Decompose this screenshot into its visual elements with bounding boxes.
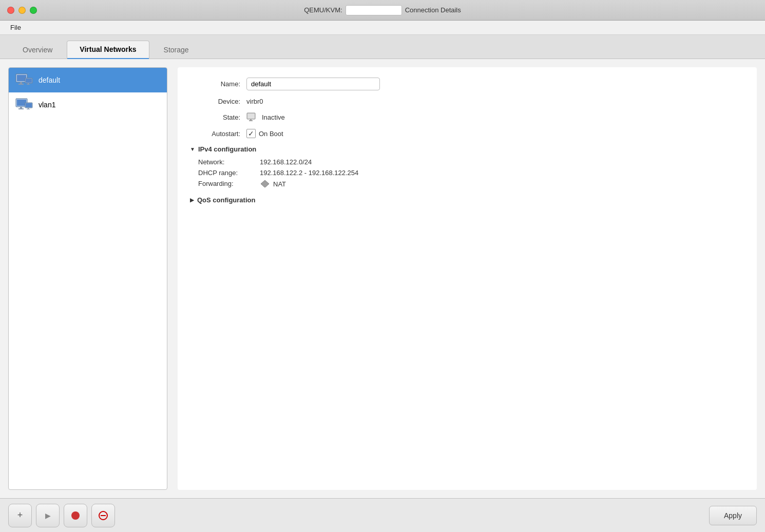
checkmark-icon: ✓ <box>248 129 254 138</box>
connection-name-input[interactable] <box>346 5 402 15</box>
content-area: default vlan1 Name: <box>0 59 765 498</box>
tab-virtual-networks[interactable]: Virtual Networks <box>67 41 149 59</box>
forwarding-value: NAT <box>273 180 286 188</box>
svg-rect-1 <box>20 82 22 84</box>
network-row: Network: 192.168.122.0/24 <box>198 158 744 166</box>
autostart-label: Autostart: <box>190 130 246 138</box>
state-icon <box>246 112 259 122</box>
dhcp-row-label: DHCP range: <box>198 169 260 177</box>
tabs-bar: Overview Virtual Networks Storage <box>0 35 765 59</box>
delete-button[interactable] <box>91 504 115 527</box>
qos-section-label: QoS configuration <box>197 196 255 204</box>
forwarding-row-label: Forwarding: <box>198 180 260 188</box>
network-icon-default <box>15 73 33 87</box>
ipv4-section-header[interactable]: ▼ IPv4 configuration <box>190 145 744 153</box>
svg-rect-3 <box>17 75 26 81</box>
svg-rect-19 <box>247 113 255 119</box>
close-button[interactable] <box>7 7 14 14</box>
bottom-toolbar: + ▶ Apply <box>0 498 765 532</box>
apply-button[interactable]: Apply <box>709 506 757 525</box>
title-prefix: QEMU/KVM: <box>304 6 342 14</box>
name-label: Name: <box>190 80 246 88</box>
record-button[interactable] <box>64 504 87 527</box>
forwarding-display: NAT <box>260 180 286 188</box>
svg-rect-9 <box>20 107 22 108</box>
state-display: Inactive <box>246 112 285 122</box>
svg-rect-13 <box>28 108 29 109</box>
device-value: virbr0 <box>246 98 263 105</box>
autostart-value: On Boot <box>259 130 283 138</box>
state-label: State: <box>190 113 246 121</box>
ipv4-section-content: Network: 192.168.122.0/24 DHCP range: 19… <box>198 158 744 188</box>
device-field-row: Device: virbr0 <box>190 98 744 105</box>
nat-icon <box>260 180 270 188</box>
title-suffix: Connection Details <box>405 6 461 14</box>
main-content: Overview Virtual Networks Storage <box>0 35 765 532</box>
qos-section: ▶ QoS configuration <box>190 196 744 204</box>
name-input[interactable] <box>246 78 380 90</box>
ipv4-section: ▼ IPv4 configuration Network: 192.168.12… <box>190 145 744 188</box>
delete-icon <box>98 510 108 521</box>
autostart-field-row: Autostart: ✓ On Boot <box>190 129 744 138</box>
network-icon-vlan1 <box>15 98 33 112</box>
autostart-checkbox-wrap: ✓ On Boot <box>246 129 283 138</box>
svg-rect-2 <box>18 84 24 85</box>
network-item-default[interactable]: default <box>9 68 167 92</box>
ipv4-collapse-icon: ▼ <box>190 146 195 152</box>
svg-rect-18 <box>249 120 253 121</box>
window-title: QEMU/KVM: Connection Details <box>304 5 461 15</box>
menubar: File <box>0 21 765 35</box>
network-row-label: Network: <box>198 158 260 166</box>
svg-rect-15 <box>26 103 32 107</box>
tab-overview[interactable]: Overview <box>10 42 65 59</box>
tab-active-indicator <box>67 58 148 59</box>
record-icon <box>71 511 80 520</box>
svg-rect-11 <box>17 100 26 106</box>
details-panel: Name: Device: virbr0 State: In <box>178 67 757 490</box>
minimize-button[interactable] <box>18 7 26 14</box>
maximize-button[interactable] <box>30 7 37 14</box>
titlebar: QEMU/KVM: Connection Details <box>0 0 765 21</box>
svg-rect-7 <box>26 79 32 83</box>
add-icon: + <box>17 510 23 521</box>
autostart-checkbox[interactable]: ✓ <box>246 129 256 138</box>
forwarding-row: Forwarding: NAT <box>198 180 744 188</box>
add-button[interactable]: + <box>8 504 32 527</box>
svg-rect-14 <box>27 109 30 109</box>
play-icon: ▶ <box>45 511 51 520</box>
tab-storage[interactable]: Storage <box>151 42 201 59</box>
state-field-row: State: Inactive <box>190 112 744 122</box>
network-label-vlan1: vlan1 <box>39 101 55 109</box>
qos-expand-icon: ▶ <box>190 197 194 203</box>
svg-rect-10 <box>18 108 24 109</box>
network-row-value: 192.168.122.0/24 <box>260 158 312 166</box>
window-controls[interactable] <box>7 7 37 14</box>
device-label: Device: <box>190 98 246 105</box>
name-field-row: Name: <box>190 78 744 90</box>
svg-rect-6 <box>27 84 30 85</box>
network-label-default: default <box>39 76 60 84</box>
network-item-vlan1[interactable]: vlan1 <box>9 92 167 117</box>
dhcp-row-value: 192.168.122.2 - 192.168.122.254 <box>260 169 358 177</box>
svg-rect-5 <box>28 83 29 84</box>
toolbar-left: + ▶ <box>8 504 115 527</box>
network-list: default vlan1 <box>8 67 167 490</box>
dhcp-row: DHCP range: 192.168.122.2 - 192.168.122.… <box>198 169 744 177</box>
qos-section-header[interactable]: ▶ QoS configuration <box>190 196 744 204</box>
svg-rect-17 <box>250 119 252 120</box>
state-value: Inactive <box>262 113 285 121</box>
ipv4-section-label: IPv4 configuration <box>198 145 256 153</box>
svg-rect-21 <box>263 184 266 187</box>
play-button[interactable]: ▶ <box>36 504 60 527</box>
file-menu[interactable]: File <box>6 22 25 33</box>
